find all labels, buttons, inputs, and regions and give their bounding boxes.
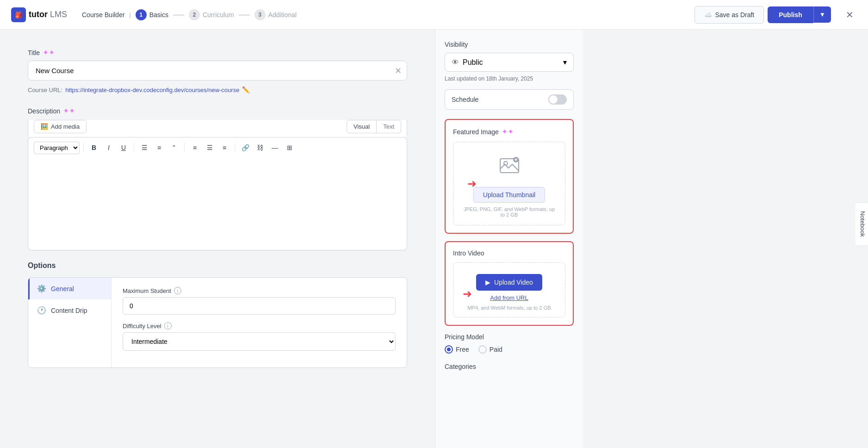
max-student-input[interactable] — [123, 297, 396, 315]
difficulty-info-icon: i — [164, 322, 172, 330]
breadcrumb-root: Course Builder — [82, 11, 125, 19]
chevron-down-icon: ▾ — [563, 58, 567, 67]
blockquote-button[interactable]: " — [167, 141, 180, 154]
difficulty-select[interactable]: Intermediate — [123, 332, 396, 351]
course-url-row: Course URL: https://integrate-dropbox-de… — [28, 86, 407, 93]
pricing-paid-option[interactable]: Paid — [478, 345, 502, 354]
editor-toolbar: Paragraph B I U ☰ ≡ " ≡ ☰ ≡ 🔗 ⛓ — ⊞ — [28, 137, 407, 158]
toolbar-sep-2 — [134, 143, 134, 152]
toolbar-sep-1 — [83, 143, 84, 152]
radio-free-dot — [447, 348, 451, 351]
visual-text-tabs: Visual Text — [347, 120, 401, 133]
breadcrumb-sep-1: | — [130, 12, 131, 18]
difficulty-group: Difficulty Level i Intermediate — [123, 322, 396, 351]
sparkle-icon-desc: ✦✦ — [63, 106, 75, 115]
upload-thumbnail-button[interactable]: Upload Thumbnail — [473, 187, 545, 203]
title-input[interactable] — [28, 61, 407, 81]
editor-tab-row: 🖼️ Add media Visual Text — [28, 120, 407, 137]
underline-button[interactable]: U — [117, 141, 130, 154]
italic-button[interactable]: I — [102, 141, 115, 154]
save-draft-button[interactable]: ☁️ Save as Draft — [694, 6, 764, 24]
title-field-wrap: ✕ — [28, 61, 407, 81]
bold-button[interactable]: B — [87, 141, 100, 154]
close-button[interactable]: ✕ — [842, 7, 857, 22]
table-button[interactable]: ⊞ — [283, 141, 296, 154]
ordered-list-button[interactable]: ≡ — [153, 141, 166, 154]
video-arrow-indicator: ➜ — [463, 287, 472, 300]
breadcrumb-sep-2: —— — [173, 12, 184, 18]
step-2[interactable]: 2 Curriculum — [189, 9, 234, 20]
text-tab[interactable]: Text — [377, 120, 401, 133]
title-label: Title ✦✦ — [28, 48, 407, 57]
video-play-icon: ▶ — [485, 279, 490, 286]
step-label-2: Curriculum — [203, 11, 234, 19]
options-tab-content-drip[interactable]: 🕐 Content Drip — [28, 299, 111, 321]
last-updated: Last updated on 18th January, 2025 — [445, 75, 574, 82]
add-media-button[interactable]: 🖼️ Add media — [34, 120, 87, 133]
step-badge-3: 3 — [254, 9, 266, 20]
align-center-button[interactable]: ☰ — [203, 141, 216, 154]
options-panel: ⚙️ General 🕐 Content Drip Maximum Studen… — [28, 277, 407, 368]
link-button[interactable]: 🔗 — [239, 141, 252, 154]
content-area: Title ✦✦ ✕ Course URL: https://integrate… — [0, 30, 435, 448]
options-sidebar: ⚙️ General 🕐 Content Drip — [28, 278, 112, 367]
max-student-label: Maximum Student i — [123, 287, 396, 294]
align-left-button[interactable]: ≡ — [188, 141, 201, 154]
breadcrumb: Course Builder | 1 Basics —— 2 Curriculu… — [82, 9, 694, 20]
featured-image-title: Featured Image ✦✦ — [453, 127, 565, 136]
pricing-label: Pricing Model — [445, 333, 574, 341]
schedule-label: Schedule — [452, 96, 478, 103]
schedule-toggle[interactable] — [548, 94, 567, 105]
visual-tab[interactable]: Visual — [347, 120, 377, 133]
header: 🎒 tutor LMS Course Builder | 1 Basics ——… — [0, 0, 868, 30]
header-actions: ☁️ Save as Draft Publish ▼ ✕ — [694, 6, 857, 24]
options-tab-general[interactable]: ⚙️ General — [28, 278, 111, 299]
add-from-url-link[interactable]: Add from URL — [490, 294, 528, 301]
sparkle-icon-title: ✦✦ — [43, 48, 55, 57]
intro-video-panel: Intro Video ➜ ▶ Upload Video Add from UR… — [445, 241, 574, 326]
upload-video-button[interactable]: ▶ Upload Video — [476, 274, 542, 291]
toolbar-sep-4 — [235, 143, 235, 152]
options-content: Maximum Student i Difficulty Level i Int… — [112, 278, 407, 367]
options-label: Options — [28, 261, 407, 270]
schedule-row: Schedule — [445, 89, 574, 110]
intro-video-title: Intro Video — [453, 249, 565, 257]
visibility-select[interactable]: 👁 Public ▾ — [445, 53, 574, 72]
horizontal-rule-button[interactable]: — — [268, 141, 281, 154]
publish-dropdown-button[interactable]: ▼ — [813, 6, 831, 23]
visibility-label: Visibility — [445, 41, 574, 48]
pricing-radio-group: Free Paid — [445, 345, 574, 354]
step-badge-1: 1 — [136, 9, 147, 20]
align-right-button[interactable]: ≡ — [218, 141, 231, 154]
title-clear-button[interactable]: ✕ — [395, 66, 402, 76]
eye-icon: 👁 — [452, 58, 459, 67]
logo: 🎒 tutor LMS — [11, 7, 67, 22]
editor-body[interactable] — [28, 158, 407, 250]
unordered-list-button[interactable]: ☰ — [138, 141, 151, 154]
paragraph-select[interactable]: Paragraph — [34, 142, 80, 154]
arrow-right-icon: ➜ — [467, 177, 477, 190]
course-url-link[interactable]: https://integrate-dropbox-dev.codeconfig… — [65, 87, 239, 93]
add-media-icon: 🖼️ — [41, 123, 48, 130]
visibility-section: Visibility 👁 Public ▾ Last updated on 18… — [445, 41, 574, 110]
visibility-left: 👁 Public — [452, 58, 483, 67]
pricing-model-section: Pricing Model Free Paid — [445, 333, 574, 354]
step-1[interactable]: 1 Basics — [136, 9, 168, 20]
description-label: Description ✦✦ — [28, 106, 407, 115]
featured-image-panel: Featured Image ✦✦ ➜ — [445, 119, 574, 234]
step-label-1: Basics — [149, 11, 168, 19]
right-sidebar: Visibility 👁 Public ▾ Last updated on 18… — [435, 30, 583, 448]
visibility-value: Public — [463, 58, 483, 67]
pricing-free-option[interactable]: Free — [445, 345, 469, 354]
arrow-indicator: ➜ — [467, 177, 477, 190]
notebook-tab[interactable]: Notebook — [856, 202, 868, 246]
toggle-knob — [549, 95, 558, 104]
sparkle-icon-featured: ✦✦ — [502, 127, 514, 136]
featured-image-upload-area: ➜ Upload Thumbnail JPEG, PNG, GIF, and W… — [453, 142, 565, 225]
main-layout: Title ✦✦ ✕ Course URL: https://integrate… — [0, 30, 868, 448]
edit-url-icon[interactable]: ✏️ — [242, 86, 250, 93]
unlink-button[interactable]: ⛓ — [254, 141, 267, 154]
step-3[interactable]: 3 Additional — [254, 9, 297, 20]
publish-button[interactable]: Publish — [768, 6, 813, 23]
radio-paid-circle — [478, 345, 487, 354]
